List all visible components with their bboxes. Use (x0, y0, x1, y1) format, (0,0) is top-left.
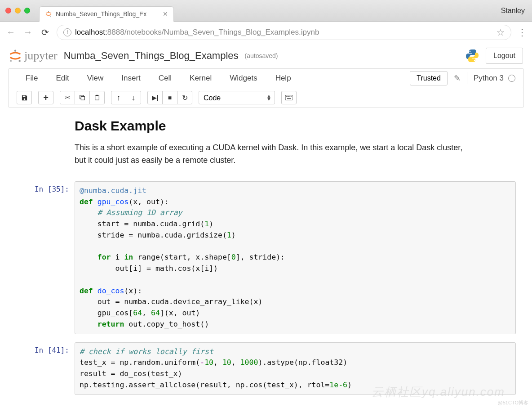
forward-button[interactable]: → (22, 27, 33, 37)
browser-nav-bar: ← → ⟳ i localhost:8888/notebooks/Numba_S… (0, 22, 532, 43)
interrupt-button[interactable]: ■ (162, 91, 177, 104)
svg-point-6 (474, 60, 475, 61)
svg-rect-8 (81, 96, 84, 100)
input-prompt: In [41]: (16, 342, 75, 395)
clipboard-icon (94, 94, 100, 101)
svg-point-4 (10, 60, 12, 62)
restart-button[interactable]: ↻ (177, 91, 192, 104)
bookmark-star-icon[interactable]: ☆ (497, 27, 505, 38)
menubar: File Edit View Insert Cell Kernel Widget… (8, 68, 524, 88)
jupyter-header: jupyter Numba_Seven_Things_Blog_Examples… (0, 43, 532, 68)
arrow-up-icon: ↑ (117, 93, 121, 103)
notebook-cells: Dask Example This is a short example of … (0, 108, 532, 408)
jupyter-logo-text: jupyter (24, 49, 58, 63)
svg-point-2 (14, 49, 16, 51)
url-text: localhost:8888/notebooks/Numba_Seven_Thi… (75, 28, 319, 37)
save-button[interactable] (17, 91, 32, 104)
close-tab-icon[interactable]: ✕ (163, 10, 168, 18)
traffic-lights (5, 8, 30, 13)
cell-type-select[interactable]: Code (199, 91, 275, 104)
svg-rect-13 (288, 96, 288, 97)
code-cell-2[interactable]: In [41]: # check if works locally first … (16, 342, 516, 395)
step-forward-icon: ▶| (152, 94, 159, 101)
jupyter-logo-icon (9, 49, 22, 62)
menu-file[interactable]: File (17, 74, 47, 83)
arrow-down-icon: ↓ (132, 93, 136, 103)
svg-rect-17 (287, 99, 291, 99)
svg-rect-12 (286, 96, 287, 97)
chrome-profile-name[interactable]: Stanley (501, 7, 527, 15)
kernel-status-icon (508, 75, 515, 82)
stop-icon: ■ (168, 94, 172, 101)
markdown-cell[interactable]: Dask Example This is a short example of … (75, 118, 516, 167)
autosave-status: (autosaved) (245, 52, 278, 59)
svg-rect-15 (290, 96, 291, 97)
input-prompt: In [35]: (16, 181, 75, 334)
kernel-name: Python 3 (474, 74, 504, 83)
site-info-icon[interactable]: i (63, 28, 71, 36)
move-up-button[interactable]: ↑ (111, 91, 126, 104)
maximize-window-button[interactable] (24, 8, 30, 13)
menu-help[interactable]: Help (266, 74, 300, 83)
floppy-disk-icon (21, 94, 28, 101)
trusted-button[interactable]: Trusted (410, 71, 448, 85)
close-window-button[interactable] (5, 8, 11, 13)
svg-point-1 (50, 16, 51, 17)
address-bar[interactable]: i localhost:8888/notebooks/Numba_Seven_T… (57, 25, 511, 40)
keyboard-icon (285, 95, 293, 100)
toolbar: + ✂ ↑ ↓ ▶| ■ ↻ Code ▲▼ (8, 88, 524, 108)
plus-icon: + (43, 93, 49, 103)
code-cell-1[interactable]: In [35]: @numba.cuda.jit def gpu_cos(x, … (16, 181, 516, 334)
svg-rect-16 (291, 96, 292, 97)
jupyter-favicon-icon (45, 10, 52, 18)
run-button[interactable]: ▶| (147, 91, 163, 104)
code-input[interactable]: # check if works locally first test_x = … (75, 342, 516, 395)
paste-button[interactable] (89, 91, 105, 104)
tab-title: Numba_Seven_Things_Blog_Ex (56, 10, 146, 18)
svg-rect-14 (288, 96, 289, 97)
svg-rect-11 (285, 95, 293, 100)
move-down-button[interactable]: ↓ (126, 91, 141, 104)
pencil-icon[interactable]: ✎ (454, 73, 461, 83)
code-input[interactable]: @numba.cuda.jit def gpu_cos(x, out): # A… (75, 181, 516, 334)
menu-insert[interactable]: Insert (112, 74, 150, 83)
heading: Dask Example (75, 118, 516, 134)
cut-button[interactable]: ✂ (60, 91, 75, 104)
restart-icon: ↻ (182, 94, 188, 102)
svg-rect-10 (96, 95, 98, 96)
menu-view[interactable]: View (78, 74, 113, 83)
svg-point-3 (18, 60, 20, 62)
menu-edit[interactable]: Edit (47, 74, 78, 83)
copy-icon (79, 94, 85, 101)
command-palette-button[interactable] (281, 91, 297, 104)
svg-point-0 (48, 11, 49, 12)
menu-cell[interactable]: Cell (150, 74, 181, 83)
minimize-window-button[interactable] (15, 8, 21, 13)
svg-point-5 (470, 51, 471, 52)
python-logo-icon (465, 49, 479, 63)
browser-tab[interactable]: Numba_Seven_Things_Blog_Ex ✕ (39, 6, 174, 22)
refresh-button[interactable]: ⟳ (40, 27, 50, 38)
insert-cell-button[interactable]: + (38, 91, 53, 104)
logout-button[interactable]: Logout (486, 48, 523, 64)
browser-menu-icon[interactable]: ⋮ (518, 27, 527, 38)
copy-button[interactable] (75, 91, 90, 104)
notebook-title[interactable]: Numba_Seven_Things_Blog_Examples (64, 50, 239, 62)
divider (467, 72, 467, 84)
kernel-indicator[interactable]: Python 3 (474, 74, 515, 83)
menu-kernel[interactable]: Kernel (181, 74, 221, 83)
back-button[interactable]: ← (5, 27, 16, 37)
watermark-51cto: @51CTO博客 (498, 399, 528, 406)
scissors-icon: ✂ (65, 94, 71, 102)
paragraph: This is a short example of executing a C… (75, 142, 470, 167)
menu-widgets[interactable]: Widgets (221, 74, 266, 83)
window-title-bar: Numba_Seven_Things_Blog_Ex ✕ Stanley (0, 0, 532, 22)
jupyter-logo[interactable]: jupyter (9, 49, 58, 63)
